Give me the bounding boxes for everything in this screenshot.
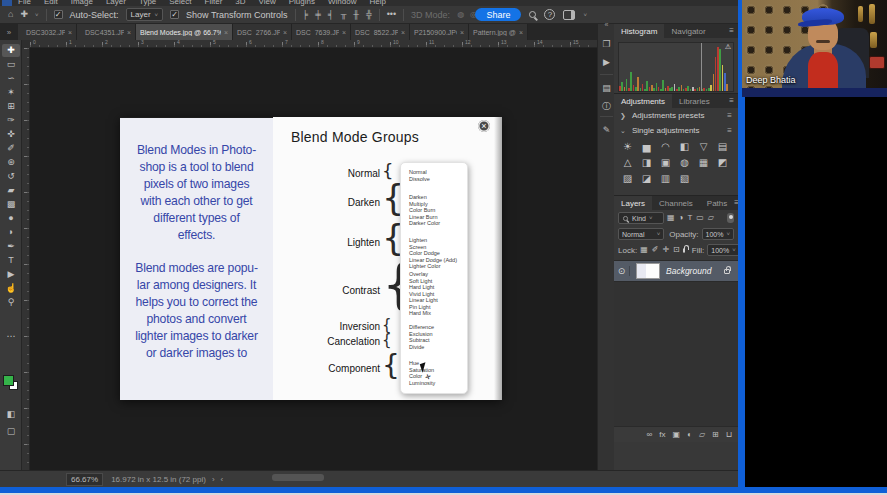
character-panel-icon[interactable]: ✎ <box>600 124 613 137</box>
vibrance-icon[interactable]: ▽ <box>694 139 713 155</box>
hue-saturation-icon[interactable]: ▤ <box>713 139 732 155</box>
open-document[interactable]: Blend Modes in Photo-shop is a tool to b… <box>120 117 502 400</box>
type-tool[interactable]: T <box>2 254 20 267</box>
quick-mask-icon[interactable]: ◧ <box>2 408 20 421</box>
auto-select-dropdown[interactable]: Layer˅ <box>126 8 164 21</box>
collapse-dock-icon[interactable]: « <box>598 21 615 28</box>
blend-mode-item[interactable]: Dissolve <box>409 176 465 183</box>
pen-tool[interactable]: ✒ <box>2 240 20 253</box>
invert-icon[interactable]: ◩ <box>713 155 732 171</box>
eyedropper-tool[interactable]: ✑ <box>2 114 20 127</box>
align-right-icon[interactable]: ╡ <box>328 11 334 19</box>
black-white-icon[interactable]: ◨ <box>637 155 656 171</box>
tab-close-icon[interactable]: × <box>124 29 131 36</box>
filter-toggle[interactable] <box>727 213 734 223</box>
tab-close-icon[interactable]: × <box>65 29 72 36</box>
foreground-color-swatch[interactable] <box>3 375 14 386</box>
layer-thumbnail[interactable] <box>636 263 660 279</box>
tab-close-icon[interactable]: × <box>221 29 228 36</box>
filter-type-icon[interactable]: T <box>687 212 692 224</box>
actions-panel-icon[interactable]: ▶ <box>600 56 613 69</box>
adjustment-layer-icon[interactable]: ◐ <box>687 429 692 441</box>
marquee-tool[interactable]: ▭ <box>2 58 20 71</box>
tab-close-icon[interactable]: × <box>457 29 464 36</box>
histogram-tab-navigator[interactable]: Navigator <box>664 24 712 38</box>
presets-menu-icon[interactable]: ≡ <box>727 111 732 120</box>
exposure-icon[interactable]: ◧ <box>675 139 694 155</box>
healing-brush-tool[interactable]: ✜ <box>2 128 20 141</box>
color-lookup-icon[interactable]: ▦ <box>694 155 713 171</box>
auto-select-checkbox[interactable]: ✓ <box>54 10 63 19</box>
3d-orbit-icon[interactable]: ◍ <box>457 11 464 19</box>
zoom-tool[interactable]: ⚲ <box>2 296 20 309</box>
posterize-icon[interactable]: ▨ <box>618 171 637 187</box>
histogram-tab-histogram[interactable]: Histogram <box>614 24 664 38</box>
distribute-v-icon[interactable]: ╬ <box>366 11 372 19</box>
lock-position-icon[interactable]: ✛ <box>662 244 669 256</box>
tab-close-icon[interactable]: × <box>516 29 523 36</box>
blend-mode-item[interactable]: Hard Mix <box>409 310 465 317</box>
path-selection-tool[interactable]: ▶ <box>2 268 20 281</box>
filter-pixel-icon[interactable]: ▦ <box>667 212 675 224</box>
properties-panel-icon[interactable]: ▤ <box>600 82 613 95</box>
channel-mixer-icon[interactable]: ◍ <box>675 155 694 171</box>
share-button[interactable]: Share <box>475 8 521 21</box>
document-tab[interactable]: P2150900.JPG @...× <box>410 24 469 40</box>
layer-row-background[interactable]: ⊙ Background <box>614 260 738 282</box>
document-tab[interactable]: Pattern.jpg @ 66...× <box>469 24 528 40</box>
lock-artboard-icon[interactable]: ⊡ <box>673 244 680 256</box>
layers-tab-channels[interactable]: Channels <box>652 196 700 210</box>
new-group-icon[interactable]: ▱ <box>699 429 705 441</box>
layer-filter-search[interactable]: Kind ˅ <box>618 212 664 224</box>
crop-tool[interactable]: ⊞ <box>2 100 20 113</box>
new-layer-icon[interactable]: ⊞ <box>712 429 719 441</box>
histogram-menu-icon[interactable]: ≡ <box>729 24 738 38</box>
filter-shape-icon[interactable]: ▭ <box>696 212 704 224</box>
canvas-area[interactable]: Blend Modes in Photo-shop is a tool to b… <box>30 48 597 470</box>
workspace-caret-icon[interactable]: ˅ <box>583 12 587 18</box>
lasso-tool[interactable]: ∽ <box>2 72 20 85</box>
blend-mode-dropdown[interactable]: Normal˅ <box>618 228 664 240</box>
lock-all-icon[interactable] <box>683 248 685 253</box>
eraser-tool[interactable]: ▰ <box>2 184 20 197</box>
history-brush-tool[interactable]: ↺ <box>2 170 20 183</box>
tab-close-icon[interactable]: × <box>280 29 287 36</box>
dodge-tool[interactable]: ◗ <box>2 226 20 239</box>
scrollbar-thumb[interactable] <box>272 474 324 481</box>
screen-mode-icon[interactable]: ▢ <box>2 425 20 438</box>
move-tool[interactable]: ✚ <box>2 44 20 57</box>
single-adjustments-row[interactable]: ⌄ Single adjustments ≡ <box>614 123 738 138</box>
document-tab[interactable]: _DSC3032.JPG @...× <box>18 24 77 40</box>
filter-smart-object-icon[interactable]: ▱ <box>708 212 714 224</box>
brush-tool[interactable]: ✐ <box>2 142 20 155</box>
blur-tool[interactable]: ● <box>2 212 20 225</box>
adjustments-menu-icon[interactable]: ≡ <box>729 94 738 108</box>
vertical-ruler[interactable] <box>22 48 30 470</box>
blend-mode-item[interactable]: Divide <box>409 344 465 351</box>
blend-mode-item[interactable]: Luminosity <box>409 380 465 387</box>
color-balance-icon[interactable]: △ <box>618 155 637 171</box>
photo-filter-icon[interactable]: ▣ <box>656 155 675 171</box>
history-panel-icon[interactable]: ❐ <box>600 38 613 51</box>
layers-tab-paths[interactable]: Paths <box>700 196 734 210</box>
quick-selection-tool[interactable]: ✶ <box>2 86 20 99</box>
brightness-contrast-icon[interactable]: ☀ <box>618 139 637 155</box>
gradient-tool[interactable]: ▩ <box>2 198 20 211</box>
tab-close-icon[interactable]: × <box>398 29 405 36</box>
opacity-dropdown[interactable]: 100%˅ <box>702 228 734 240</box>
workspace-icon[interactable] <box>563 10 575 20</box>
clone-stamp-tool[interactable]: ⊛ <box>2 156 20 169</box>
tool-preset-caret-icon[interactable]: ˅ <box>35 12 39 18</box>
show-transform-checkbox[interactable]: ✓ <box>170 10 179 19</box>
lock-transparent-icon[interactable]: ▦ <box>640 244 648 256</box>
filter-adjustment-icon[interactable]: ◑ <box>679 212 684 224</box>
horizontal-ruler[interactable]: 0123456789101112131415 <box>30 40 597 48</box>
layers-tab-layers[interactable]: Layers <box>614 196 652 210</box>
blend-mode-item[interactable]: Lighter Color <box>409 263 465 270</box>
threshold-icon[interactable]: ◪ <box>637 171 656 187</box>
layer-mask-icon[interactable]: ▣ <box>672 429 680 441</box>
document-tab[interactable]: DSC_2766.JPG @...× <box>233 24 292 40</box>
curves-icon[interactable]: ◠ <box>656 139 675 155</box>
histogram-warning-icon[interactable]: ⚠ <box>725 43 731 51</box>
tab-overflow-icon[interactable]: » <box>0 28 18 40</box>
